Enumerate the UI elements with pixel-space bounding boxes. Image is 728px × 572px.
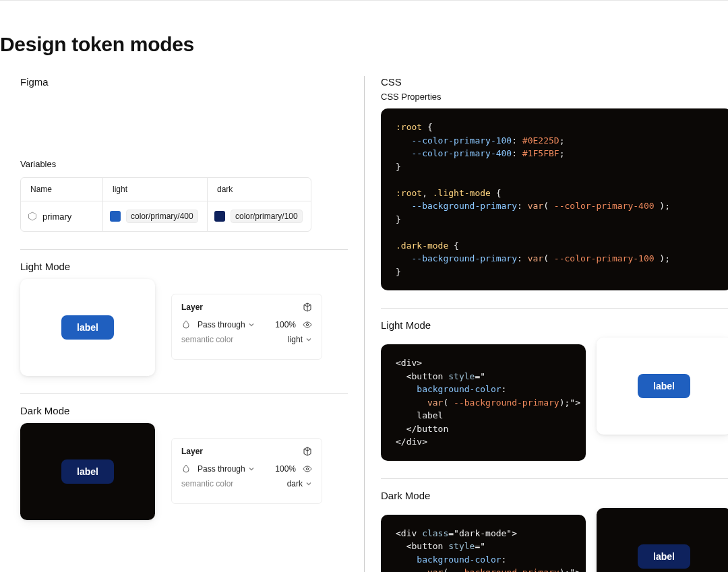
css-light-card: label	[597, 338, 728, 435]
semantic-dropdown[interactable]: light	[288, 335, 312, 344]
figma-column: Figma Variables Name light dark primary	[0, 76, 364, 572]
layer-panel-head: Layer	[181, 303, 312, 312]
cube-icon[interactable]	[303, 447, 312, 456]
chevron-down-icon	[248, 466, 255, 472]
opacity-value[interactable]: 100%	[275, 320, 296, 329]
svg-point-1	[306, 323, 308, 325]
css-dark-card: label	[597, 508, 728, 573]
semantic-row: semantic color light	[181, 335, 312, 344]
css-properties-label: CSS Properties	[381, 92, 728, 102]
css-heading: CSS	[381, 76, 728, 88]
light-chip: color/primary/400	[126, 210, 198, 223]
blend-row: Pass through 100%	[181, 320, 312, 329]
dark-preview-button[interactable]: label	[61, 459, 114, 484]
page: Design token modes Figma Variables Name …	[0, 0, 728, 572]
css-light-code: <div> <button style=" background-color: …	[381, 344, 586, 461]
layer-panel-light: Layer Pass through	[171, 294, 322, 360]
droplet-icon	[181, 320, 191, 329]
divider	[20, 393, 348, 394]
layer-panel-dark: Layer Pass through	[171, 438, 322, 504]
blend-value: Pass through	[198, 464, 245, 474]
css-light-button[interactable]: label	[638, 374, 690, 398]
opacity-value[interactable]: 100%	[275, 464, 296, 474]
divider	[20, 249, 348, 250]
layer-title: Layer	[181, 303, 203, 312]
divider	[381, 478, 728, 479]
table-row: primary color/primary/400 color/primary/…	[21, 201, 311, 231]
dark-preview-card: label	[20, 423, 155, 520]
css-column: CSS CSS Properties :root { --color-prima…	[364, 76, 728, 572]
light-mode-heading: Light Mode	[20, 261, 348, 272]
light-preview-button[interactable]: label	[61, 315, 114, 340]
variable-hex-icon	[28, 212, 37, 221]
dark-mode-heading: Dark Mode	[20, 405, 348, 416]
eye-icon[interactable]	[303, 464, 312, 474]
var-name: primary	[42, 212, 71, 222]
semantic-value: dark	[287, 479, 303, 488]
table-header-row: Name light dark	[21, 178, 311, 201]
css-dark-row: <div class="dark-mode"> <button style=" …	[381, 508, 728, 573]
page-title: Design token modes	[0, 33, 728, 56]
dark-swatch	[214, 211, 225, 222]
css-dark-code: <div class="dark-mode"> <button style=" …	[381, 515, 586, 573]
columns: Figma Variables Name light dark primary	[0, 76, 728, 572]
css-root-code: :root { --color-primary-100: #0E225D; --…	[381, 108, 728, 290]
variables-table: Name light dark primary color/primary/40…	[20, 177, 311, 232]
blend-value: Pass through	[198, 320, 245, 329]
eye-icon[interactable]	[303, 320, 312, 329]
svg-point-2	[306, 468, 308, 470]
variables-label: Variables	[20, 159, 348, 169]
col-name: Name	[21, 178, 103, 201]
divider	[381, 308, 728, 309]
layer-title: Layer	[181, 447, 203, 456]
light-preview-card: label	[20, 279, 155, 376]
light-swatch	[110, 211, 121, 222]
layer-panel-head: Layer	[181, 447, 312, 456]
semantic-dropdown[interactable]: dark	[287, 479, 312, 488]
css-light-heading: Light Mode	[381, 319, 728, 331]
cube-icon[interactable]	[303, 303, 312, 312]
semantic-value: light	[288, 335, 303, 344]
spacer	[20, 88, 348, 155]
droplet-icon	[181, 464, 191, 474]
css-dark-heading: Dark Mode	[381, 490, 728, 501]
semantic-label: semantic color	[181, 335, 233, 344]
semantic-label: semantic color	[181, 479, 233, 488]
chevron-down-icon	[305, 336, 312, 343]
svg-marker-0	[29, 212, 36, 220]
semantic-row: semantic color dark	[181, 479, 312, 488]
dark-chip: color/primary/100	[231, 210, 303, 223]
blend-row: Pass through 100%	[181, 464, 312, 474]
dark-preview-row: label Layer	[20, 423, 348, 520]
css-dark-button[interactable]: label	[638, 544, 690, 569]
css-light-row: <div> <button style=" background-color: …	[381, 338, 728, 461]
col-light: light	[103, 178, 208, 201]
figma-heading: Figma	[20, 76, 348, 88]
light-preview-row: label Layer	[20, 279, 348, 376]
chevron-down-icon	[305, 480, 312, 487]
var-dark-cell[interactable]: color/primary/100	[208, 201, 311, 231]
col-dark: dark	[208, 178, 311, 201]
blend-dropdown[interactable]: Pass through	[198, 464, 255, 474]
blend-dropdown[interactable]: Pass through	[198, 320, 255, 329]
var-name-cell: primary	[21, 201, 103, 231]
chevron-down-icon	[248, 321, 255, 328]
var-light-cell[interactable]: color/primary/400	[103, 201, 208, 231]
